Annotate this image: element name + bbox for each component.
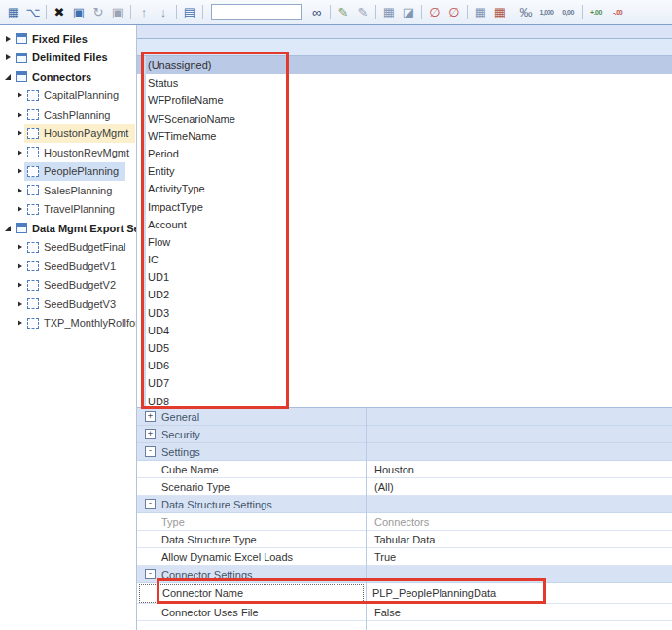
expand-arrow-icon[interactable] (15, 301, 24, 307)
expand-arrow-icon[interactable] (3, 36, 13, 42)
dimension-list-item[interactable]: Flow (137, 233, 672, 251)
decimal-separator-icon[interactable]: 0,00 (557, 3, 579, 22)
property-value[interactable]: (All) (366, 481, 672, 493)
expand-arrow-icon[interactable] (15, 206, 24, 212)
property-grid-column-divider[interactable] (366, 408, 367, 630)
dimension-list-item[interactable]: UD7 (137, 374, 672, 392)
thousands-separator-icon[interactable]: 1,000 (536, 3, 557, 22)
expand-arrow-icon[interactable] (15, 168, 24, 174)
dimension-list-item[interactable]: UD1 (137, 268, 672, 286)
tree-item-txp-monthlyrollforward[interactable]: TXP_MonthlyRollforwar (0, 314, 136, 333)
property-row-connector-uses-file[interactable]: Connector Uses File False (137, 604, 672, 621)
table-red-icon[interactable]: ▦ (490, 3, 510, 22)
find-binoculars-icon[interactable]: ∞ (307, 3, 327, 22)
dimension-list-item[interactable]: WFScenarioName (137, 110, 672, 127)
property-value[interactable]: Tabular Data (366, 534, 672, 545)
dimension-list-item[interactable]: Account (137, 216, 672, 233)
expand-icon[interactable]: + (145, 411, 156, 422)
dimension-list-item[interactable]: WFTimeName (137, 127, 672, 145)
dimension-list-item[interactable]: UD4 (137, 322, 672, 339)
tree-item-seedbudgetv2[interactable]: SeedBudgetV2 (0, 276, 136, 296)
dimension-list-item[interactable]: IC (137, 251, 672, 268)
expand-arrow-icon[interactable] (15, 112, 24, 118)
dimension-list-item[interactable]: UD2 (137, 286, 672, 303)
connector-icon[interactable]: ⌥ (23, 3, 43, 22)
delete-icon[interactable]: ✖ (50, 3, 69, 22)
pencil-gray-icon[interactable]: ✎ (353, 3, 372, 22)
expand-arrow-icon[interactable] (15, 282, 24, 288)
dimension-list-item[interactable]: ActivityType (137, 180, 672, 197)
expand-arrow-icon[interactable] (15, 130, 24, 136)
collapse-icon[interactable]: - (145, 446, 156, 457)
save-icon[interactable]: ▣ (108, 3, 127, 22)
grid-icon[interactable]: ▦ (379, 3, 399, 22)
property-row-connector-name[interactable]: Connector Name PLP_PeoplePlanningData (137, 583, 672, 604)
property-row-cube-name[interactable]: Cube Name Houston (137, 461, 672, 478)
tree-item-seedbudgetfinal[interactable]: SeedBudgetFinal (0, 238, 136, 258)
dimension-list-item[interactable]: UD5 (137, 339, 672, 357)
dimension-list-item[interactable]: UD3 (137, 304, 672, 322)
expand-arrow-icon[interactable] (15, 244, 24, 250)
tree-item-houstonrevmgmt[interactable]: HoustonRevMgmt (0, 143, 136, 162)
document-icon[interactable]: ▤ (180, 3, 199, 22)
property-row-scenario-type[interactable]: Scenario Type (All) (137, 478, 672, 496)
table-icon[interactable]: ▦ (471, 3, 490, 22)
increase-decimal-icon[interactable]: +.00 (585, 3, 607, 22)
tree-item-peopleplanning[interactable]: PeoplePlanning (0, 162, 136, 182)
property-value[interactable]: PLP_PeoplePlanningData (364, 587, 672, 599)
property-section-general[interactable]: + General (137, 408, 672, 426)
property-section-data-structure-settings[interactable]: - Data Structure Settings (137, 496, 672, 513)
tree-item-salesplanning[interactable]: SalesPlanning (0, 181, 136, 200)
property-row-allow-dynamic-excel-loads[interactable]: Allow Dynamic Excel Loads True (137, 548, 672, 566)
tree-item-seedbudgetv3[interactable]: SeedBudgetV3 (0, 295, 136, 314)
tree-item-seedbudgetv1[interactable]: SeedBudgetV1 (0, 257, 136, 276)
dimension-list-item[interactable]: UD6 (137, 357, 672, 374)
list-scrollbar[interactable] (141, 56, 146, 407)
toolbar-search-input[interactable] (211, 4, 302, 20)
tree-item-capitalplanning[interactable]: CapitalPlanning (0, 87, 136, 106)
dimension-list-item[interactable]: (Unassigned) (137, 56, 672, 74)
tree-item-delimited-files[interactable]: Delimited Files (0, 49, 136, 68)
clear-number-format-icon[interactable]: ∅ (425, 3, 444, 22)
decrease-decimal-icon[interactable]: -.00 (607, 3, 628, 22)
collapse-icon[interactable]: - (145, 569, 156, 579)
expand-arrow-icon[interactable] (3, 54, 13, 60)
dimension-list-item[interactable]: ImpactType (137, 198, 672, 216)
tree-item-fixed-files[interactable]: Fixed Files (0, 29, 136, 49)
collapse-arrow-icon[interactable] (3, 74, 13, 80)
dimension-list-item[interactable]: Status (137, 74, 672, 91)
property-section-connector-settings[interactable]: - Connector Settings (137, 566, 672, 583)
expand-icon[interactable]: + (145, 429, 156, 439)
new-datasource-icon[interactable]: ▦ (4, 3, 23, 22)
collapse-arrow-icon[interactable] (3, 226, 13, 231)
property-value[interactable]: True (366, 551, 672, 563)
expand-arrow-icon[interactable] (15, 188, 24, 193)
move-down-icon[interactable]: ↓ (154, 3, 173, 22)
property-section-security[interactable]: + Security (137, 426, 672, 443)
percent-icon[interactable]: ‰ (516, 3, 536, 22)
expand-arrow-icon[interactable] (15, 263, 24, 269)
edit-icon[interactable]: ▣ (69, 3, 88, 22)
expand-arrow-icon[interactable] (15, 320, 24, 326)
expand-arrow-icon[interactable] (15, 92, 24, 98)
dimension-list-item[interactable]: Period (137, 145, 672, 162)
property-value[interactable]: False (366, 607, 672, 618)
move-up-icon[interactable]: ↑ (134, 3, 154, 22)
dimension-list-item[interactable]: UD8 (137, 393, 672, 407)
tree-item-data-mgmt-export-sequences[interactable]: Data Mgmt Export Seque (0, 219, 136, 238)
property-section-settings[interactable]: - Settings (137, 443, 672, 461)
refresh-icon[interactable]: ↻ (88, 3, 108, 22)
tree-item-travelplanning[interactable]: TravelPlanning (0, 200, 136, 220)
collapse-icon[interactable]: - (145, 499, 156, 509)
tree-item-connectors[interactable]: Connectors (0, 67, 136, 87)
clear-number-format-icon-2[interactable]: ∅ (444, 3, 464, 22)
pencil-green-icon[interactable]: ✎ (334, 3, 353, 22)
expand-arrow-icon[interactable] (15, 150, 24, 156)
tree-item-houstonpaymgmt[interactable]: HoustonPayMgmt (0, 124, 136, 144)
dimension-list-item[interactable]: WFProfileName (137, 91, 672, 109)
property-row-data-structure-type[interactable]: Data Structure Type Tabular Data (137, 531, 672, 548)
tree-item-cashplanning[interactable]: CashPlanning (0, 105, 136, 124)
property-value[interactable]: Houston (366, 464, 672, 475)
eraser-grid-icon[interactable]: ◪ (399, 3, 418, 22)
dimension-list-item[interactable]: Entity (137, 162, 672, 180)
